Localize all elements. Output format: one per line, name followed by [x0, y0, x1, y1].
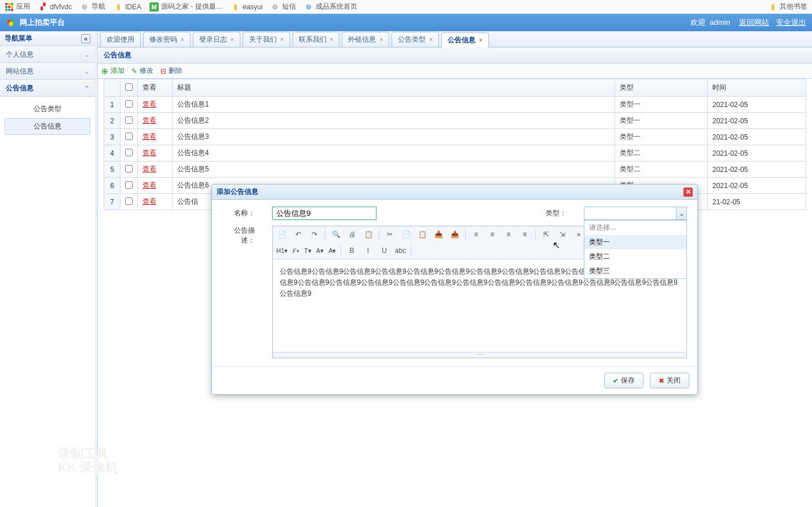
sidebar-body: 公告类型 公告信息: [0, 97, 95, 139]
view-link[interactable]: 查看: [142, 133, 156, 141]
editor-button[interactable]: B: [346, 245, 357, 256]
editor-button[interactable]: 📄: [400, 229, 412, 240]
sidebar-item-notice-type[interactable]: 公告类型: [5, 101, 90, 117]
view-link[interactable]: 查看: [142, 100, 156, 108]
bookmark-item[interactable]: ▮IDEA: [114, 2, 141, 12]
editor-button[interactable]: 📄: [276, 229, 288, 240]
editor-button[interactable]: 🖨: [346, 229, 358, 240]
view-link[interactable]: 查看: [142, 165, 156, 173]
edit-button[interactable]: 修改: [131, 66, 153, 76]
bookmark-item[interactable]: M源码之家 - 提供最…: [149, 2, 223, 12]
view-link[interactable]: 查看: [142, 197, 156, 205]
tab-3[interactable]: 关于我们×: [243, 32, 290, 47]
dialog-title-bar[interactable]: 添加公告信息 ✕: [212, 185, 697, 200]
editor-button[interactable]: ✂: [384, 229, 396, 240]
tab-4[interactable]: 联系我们×: [292, 32, 340, 47]
close-icon[interactable]: ×: [379, 36, 383, 43]
view-link[interactable]: 查看: [142, 149, 156, 157]
bookmark-item[interactable]: ◍导航: [80, 2, 105, 12]
save-button[interactable]: 保存: [604, 373, 643, 388]
add-button[interactable]: 添加: [101, 66, 125, 76]
combo-option[interactable]: 类型二: [584, 249, 686, 264]
tab-7[interactable]: 公告信息×: [441, 32, 489, 47]
editor-button[interactable]: ⇲: [557, 229, 568, 240]
chevron-down-icon[interactable]: ⌄: [676, 207, 687, 220]
editor-select[interactable]: A▾: [316, 247, 324, 255]
tab-6[interactable]: 公告类型×: [392, 32, 439, 47]
tab-1[interactable]: 修改密码×: [143, 32, 191, 47]
editor-select[interactable]: A▾: [328, 247, 336, 255]
type-combo[interactable]: ⌄ 请选择… 类型一 类型二 类型三: [584, 207, 687, 220]
type-field[interactable]: [584, 207, 676, 220]
editor-button[interactable]: ≡: [503, 229, 514, 240]
combo-option[interactable]: 类型三: [584, 264, 686, 278]
folder-icon: ▮: [768, 2, 777, 12]
col-view: 查看: [138, 79, 173, 97]
editor-select[interactable]: T▾: [304, 247, 312, 255]
editor-button[interactable]: I: [362, 245, 374, 256]
app-header: 网上拍卖平台 欢迎 admin 返回网站 安全退出: [0, 14, 812, 31]
sidebar-section-notice[interactable]: 公告信息⌃: [0, 80, 95, 97]
delete-button[interactable]: 删除: [160, 66, 182, 76]
editor-select[interactable]: 𝐹▾: [292, 247, 299, 255]
close-icon[interactable]: ×: [479, 37, 482, 43]
tab-2[interactable]: 登录日志×: [193, 32, 240, 47]
bookmark-item[interactable]: ◍成品系统首页: [304, 2, 357, 12]
sidebar: 导航菜单 « 个人信息⌄ 网站信息⌄ 公告信息⌃ 公告类型 公告信息: [0, 31, 97, 507]
collapse-icon[interactable]: «: [81, 34, 90, 43]
row-checkbox[interactable]: [125, 197, 133, 205]
resize-handle[interactable]: ⋯: [273, 352, 686, 358]
close-button[interactable]: 关闭: [650, 373, 689, 388]
close-icon[interactable]: ✕: [683, 188, 693, 197]
bookmark-item[interactable]: ◍短信: [270, 2, 296, 12]
editor-button[interactable]: »: [573, 229, 584, 240]
editor-button[interactable]: ≡: [487, 229, 498, 240]
editor-button[interactable]: abc: [394, 245, 406, 256]
bookmark-item[interactable]: ▞dfvfvdc: [38, 2, 72, 12]
sidebar-item-notice-info[interactable]: 公告信息: [5, 118, 90, 135]
bookmark-other[interactable]: ▮其他书签: [768, 2, 807, 12]
sidebar-section-personal[interactable]: 个人信息⌄: [0, 46, 95, 63]
editor-button[interactable]: 📥: [433, 229, 444, 240]
browser-bookmarks-bar: 应用 ▞dfvfvdc ◍导航 ▮IDEA M源码之家 - 提供最… ▮easy…: [0, 0, 812, 14]
chevron-up-icon: ⌃: [85, 85, 89, 91]
editor-button[interactable]: ↶: [292, 229, 304, 240]
bookmark-apps[interactable]: 应用: [5, 2, 30, 12]
tab-0[interactable]: 欢迎使用: [100, 32, 141, 47]
editor-button[interactable]: 📤: [449, 229, 460, 240]
close-icon[interactable]: ×: [181, 36, 184, 43]
row-checkbox[interactable]: [125, 133, 133, 140]
tabs-bar: 欢迎使用修改密码×登录日志×关于我们×联系我们×外链信息×公告类型×公告信息×: [98, 31, 812, 47]
tab-5[interactable]: 外链信息×: [342, 32, 389, 47]
editor-select[interactable]: H1▾: [276, 247, 288, 255]
close-icon[interactable]: ×: [429, 36, 433, 43]
editor-button[interactable]: ⇱: [540, 229, 552, 240]
editor-button[interactable]: ≡: [470, 229, 482, 240]
row-checkbox[interactable]: [125, 149, 133, 156]
view-link[interactable]: 查看: [142, 116, 156, 124]
select-all-checkbox[interactable]: [125, 83, 133, 91]
combo-option[interactable]: 类型一: [584, 235, 686, 249]
close-icon[interactable]: ×: [231, 36, 234, 43]
chart-icon: ▞: [38, 2, 47, 12]
row-checkbox[interactable]: [125, 116, 133, 124]
name-field[interactable]: [272, 207, 376, 220]
close-icon[interactable]: ×: [330, 36, 334, 43]
editor-button[interactable]: ≡: [519, 229, 531, 240]
view-link[interactable]: 查看: [142, 181, 156, 189]
sidebar-section-site[interactable]: 网站信息⌄: [0, 63, 95, 80]
logout-link[interactable]: 安全退出: [776, 18, 806, 27]
add-notice-dialog: 添加公告信息 ✕ 名称： 类型： ⌄ 请选择… 类型一 类型二 类型三: [211, 184, 698, 395]
row-checkbox[interactable]: [125, 165, 133, 172]
close-icon[interactable]: ×: [280, 36, 284, 43]
editor-button[interactable]: 🔍: [330, 229, 342, 240]
editor-button[interactable]: 📋: [416, 229, 428, 240]
editor-button[interactable]: ↷: [309, 229, 320, 240]
combo-option-placeholder[interactable]: 请选择…: [584, 221, 686, 235]
return-site-link[interactable]: 返回网站: [739, 18, 769, 27]
row-checkbox[interactable]: [125, 181, 133, 189]
bookmark-item[interactable]: ▮easyui: [231, 2, 263, 12]
editor-button[interactable]: 📋: [363, 229, 374, 240]
row-checkbox[interactable]: [125, 100, 133, 108]
editor-button[interactable]: U: [378, 245, 390, 256]
